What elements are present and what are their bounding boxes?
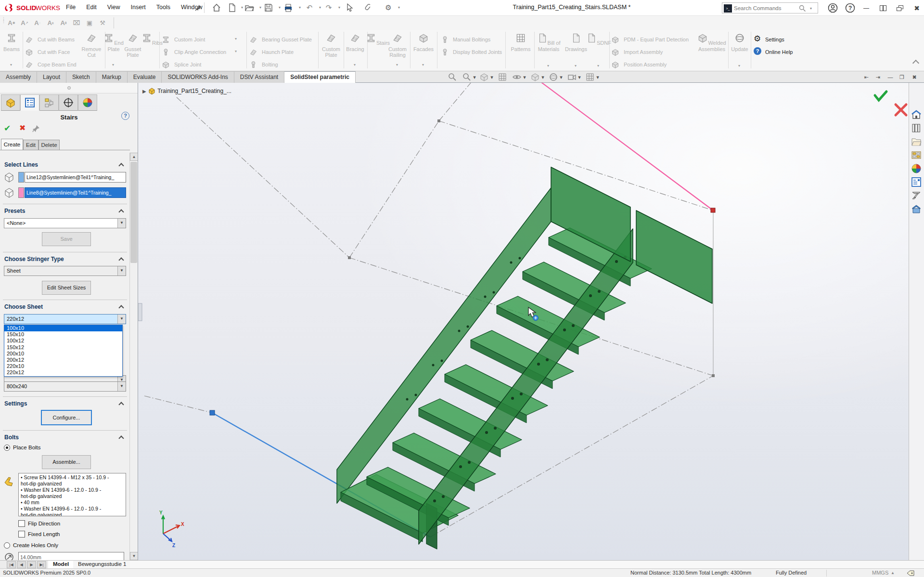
panel-splitter[interactable] [0,83,138,93]
search-box[interactable]: >_ ▾ [722,2,818,13]
bill-of-materials-button[interactable]: Bill of Materials [535,33,562,52]
ribbon-tab[interactable]: DStV Assistant [234,71,284,83]
bom-caret[interactable]: ▾ [547,64,549,68]
taskpane-steel-profiles-tab[interactable] [911,190,923,202]
tab-edit[interactable]: Edit [23,140,38,150]
fixed-length-checkbox[interactable] [18,531,25,538]
settings-collapse-chevron[interactable] [118,402,124,407]
menu-item[interactable]: View [102,0,126,16]
stringer-dropdown-caret[interactable]: ▼ [117,266,126,275]
pane-restore-button[interactable]: ❐ [897,73,907,81]
bracing-caret[interactable]: ▾ [354,63,356,67]
sheet-size-option[interactable]: 150x10 [4,331,122,338]
save-preset-button[interactable]: Save [42,232,91,246]
sheet-size-option[interactable]: 220x12 [4,369,122,376]
scene-caret[interactable]: ▾ [595,73,601,81]
user-account-icon[interactable] [828,3,838,13]
redo-caret[interactable]: ▾ [334,3,345,13]
hole-diameter-input[interactable]: 14.00mm [18,552,124,560]
custom-plate-button[interactable]: Custom Plate [318,33,345,58]
presets-dropdown[interactable]: <None>▼ [4,218,126,228]
pin-icon[interactable] [194,4,202,12]
smart-dimension-icon[interactable]: A✱ [6,17,17,28]
view-orientation-caret[interactable]: ▾ [577,73,582,81]
cut-with-beams-button[interactable]: Cut with Beams [38,37,75,42]
pin-button[interactable] [32,124,40,133]
save-icon[interactable] [264,3,274,13]
manual-boltings-button[interactable]: Manual Boltings [453,37,490,42]
print-icon[interactable] [283,3,294,13]
import-assembly-button[interactable]: Import Assembly [624,49,663,55]
sheet-size-option[interactable]: 220x10 [4,363,122,369]
sheet-size-option[interactable]: 200x10 [4,351,122,357]
place-bolts-radio[interactable] [4,445,10,451]
viewport-splitter-grip[interactable] [138,303,142,321]
sheet-size2-caret[interactable]: ▼ [117,382,126,391]
display-style-icon[interactable] [530,72,540,82]
beams-caret[interactable]: ▾ [10,63,12,67]
next-tab-button[interactable]: ▶ [27,561,36,568]
custom-joint-caret[interactable]: ▾ [235,37,237,41]
cut-with-face-button[interactable]: Cut with Face [38,49,70,55]
options-gear-icon[interactable]: ⚙ [383,3,394,13]
ribbon-tab[interactable]: Layout [37,71,66,83]
cope-beam-end-button[interactable]: Cope Beam End [38,62,77,67]
geometric-tolerance-icon[interactable]: ⌧ [71,17,82,28]
welded-assemblies-button[interactable]: Welded Assemblies [697,33,727,52]
beams-button[interactable]: Beams [0,33,25,52]
attach-icon[interactable] [364,3,374,13]
custom-joint-button[interactable]: Custom Joint [174,37,205,42]
settings-header[interactable]: Settings [4,400,27,407]
bolts-collapse-chevron[interactable] [118,435,124,441]
zoom-area-icon[interactable] [462,72,472,82]
new-document-icon[interactable] [227,3,238,13]
tab-dimxpert-manager[interactable] [59,94,78,111]
menu-item[interactable]: Window [176,0,207,16]
edit-sheet-sizes-button[interactable]: Edit Sheet Sizes [42,281,91,295]
open-icon[interactable] [244,3,255,13]
zoom-fit-icon[interactable] [448,72,457,82]
prev-tab-button[interactable]: ◀ [17,561,26,568]
search-input[interactable] [734,3,796,13]
bolting-button[interactable]: Bolting [262,62,278,67]
pane-next-button[interactable]: ⇥ [873,73,883,81]
tab-property-manager[interactable] [20,94,39,111]
redo-icon[interactable]: ↷ [323,3,334,13]
undo-icon[interactable]: ↶ [304,3,315,13]
tab-configuration-manager[interactable] [39,94,59,111]
pane-previous-button[interactable]: ⇤ [861,73,872,81]
update-caret[interactable]: ▾ [738,64,740,68]
choose-sheet-collapse-chevron[interactable] [118,305,124,310]
taskpane-custom-properties-tab[interactable] [911,176,923,189]
update-button[interactable]: Update [729,33,751,52]
view-orientation-icon[interactable] [567,72,577,82]
position-assembly-button[interactable]: Position Assembly [624,62,667,67]
datum-feature-icon[interactable]: ▣ [84,17,95,28]
units-caret[interactable]: ▲ [891,571,895,575]
first-tab-button[interactable]: |◀ [7,561,16,568]
bolts-header[interactable]: Bolts [4,434,19,441]
taskpane-file-explorer-tab[interactable] [911,136,923,148]
help-icon[interactable]: ? [845,3,855,13]
close-window-button[interactable]: ✖ [911,3,923,13]
scroll-thumb[interactable] [130,162,137,263]
scroll-up-arrow[interactable]: ▲ [130,153,138,161]
custom-railing-caret[interactable]: ▾ [396,63,398,67]
measure-icon[interactable] [498,72,507,82]
menu-item[interactable]: Tools [151,0,176,16]
stringer-type-header[interactable]: Choose Stringer Type [4,256,64,262]
taskpane-design-library-tab[interactable] [911,149,923,162]
hide-show-icon[interactable] [512,72,522,82]
weld-bead-icon[interactable]: ⚒ [97,17,108,28]
assemble-button[interactable]: Assemble... [42,455,91,469]
scroll-down-arrow[interactable]: ▼ [130,552,138,560]
ribbon-tab[interactable]: SolidSteel parametric [284,71,356,83]
graphics-viewport[interactable]: Y X Z ▶ Training_Part15_Creating_... [138,83,909,560]
minimize-window-button[interactable]: — [860,3,873,13]
scene-icon[interactable] [585,72,595,82]
taskpane-resources-tab[interactable] [911,122,923,135]
sheet-combobox-caret[interactable]: ▼ [117,315,126,324]
taskpane-appearances-tab[interactable] [911,163,923,175]
ribbon-tab[interactable]: Markup [96,71,128,83]
pdm-button[interactable]: PDM - Equal Part Detection [624,37,689,42]
